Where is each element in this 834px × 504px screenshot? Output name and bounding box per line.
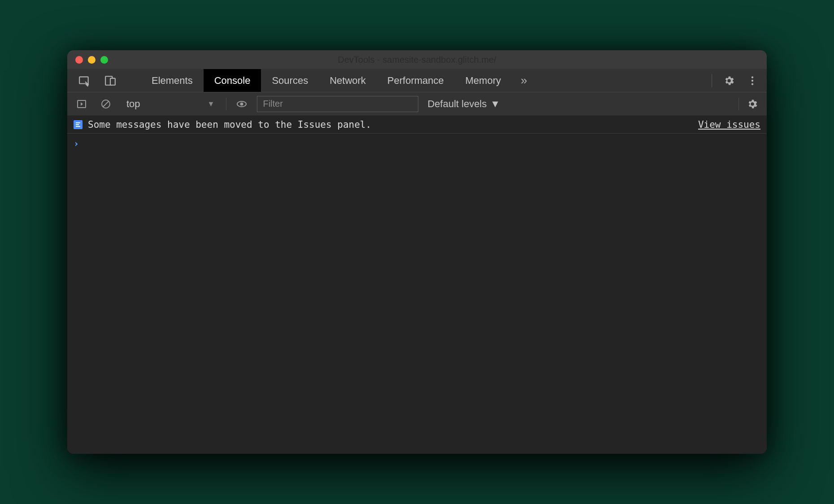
svg-line-8 bbox=[103, 101, 109, 107]
banner-message: Some messages have been moved to the Iss… bbox=[88, 119, 371, 130]
device-toolbar-icon[interactable] bbox=[101, 72, 119, 90]
divider bbox=[712, 74, 712, 87]
devtools-window: DevTools - samesite-sandbox.glitch.me/ E… bbox=[67, 50, 767, 454]
more-options-button[interactable] bbox=[743, 72, 761, 90]
main-tabbar: Elements Console Sources Network Perform… bbox=[67, 69, 767, 92]
close-window-button[interactable] bbox=[75, 56, 83, 64]
tabbar-right bbox=[709, 69, 767, 92]
tab-console[interactable]: Console bbox=[204, 69, 261, 92]
chevron-down-icon: ▼ bbox=[491, 98, 500, 110]
filter-input[interactable] bbox=[257, 96, 418, 112]
live-expression-icon[interactable] bbox=[233, 95, 251, 113]
svg-rect-13 bbox=[76, 126, 80, 127]
clear-console-icon[interactable] bbox=[97, 95, 115, 113]
console-settings-button[interactable] bbox=[743, 95, 761, 113]
issues-banner: Some messages have been moved to the Iss… bbox=[67, 116, 767, 134]
tab-network[interactable]: Network bbox=[319, 69, 377, 92]
svg-rect-12 bbox=[76, 124, 79, 125]
tab-list: Elements Console Sources Network Perform… bbox=[141, 69, 536, 92]
context-label: top bbox=[126, 98, 140, 110]
levels-label: Default levels bbox=[427, 98, 486, 110]
console-toolbar: top ▼ Default levels ▼ bbox=[67, 92, 767, 116]
sidebar-toggle-icon[interactable] bbox=[73, 95, 91, 113]
svg-point-5 bbox=[751, 83, 753, 85]
minimize-window-button[interactable] bbox=[88, 56, 96, 64]
console-output[interactable]: › bbox=[67, 134, 767, 454]
execution-context-selector[interactable]: top ▼ bbox=[121, 98, 220, 110]
svg-point-4 bbox=[751, 79, 753, 81]
inspect-element-icon[interactable] bbox=[75, 72, 93, 90]
console-prompt[interactable]: › bbox=[74, 138, 760, 149]
window-title: DevTools - samesite-sandbox.glitch.me/ bbox=[67, 55, 767, 65]
info-icon bbox=[74, 120, 83, 129]
log-levels-selector[interactable]: Default levels ▼ bbox=[427, 98, 500, 110]
svg-rect-11 bbox=[76, 122, 80, 123]
traffic-lights bbox=[67, 56, 108, 64]
tab-memory[interactable]: Memory bbox=[455, 69, 512, 92]
tab-performance[interactable]: Performance bbox=[377, 69, 455, 92]
inspect-controls bbox=[67, 69, 127, 92]
divider bbox=[738, 98, 739, 110]
chevron-down-icon: ▼ bbox=[208, 100, 215, 108]
svg-rect-2 bbox=[110, 78, 115, 85]
svg-point-10 bbox=[240, 102, 243, 105]
divider bbox=[226, 98, 226, 110]
more-tabs-button[interactable]: » bbox=[512, 69, 536, 92]
titlebar: DevTools - samesite-sandbox.glitch.me/ bbox=[67, 50, 767, 69]
svg-point-3 bbox=[751, 76, 753, 78]
tab-sources[interactable]: Sources bbox=[261, 69, 319, 92]
view-issues-link[interactable]: View issues bbox=[698, 119, 760, 130]
tab-elements[interactable]: Elements bbox=[141, 69, 204, 92]
maximize-window-button[interactable] bbox=[100, 56, 108, 64]
settings-button[interactable] bbox=[720, 72, 738, 90]
